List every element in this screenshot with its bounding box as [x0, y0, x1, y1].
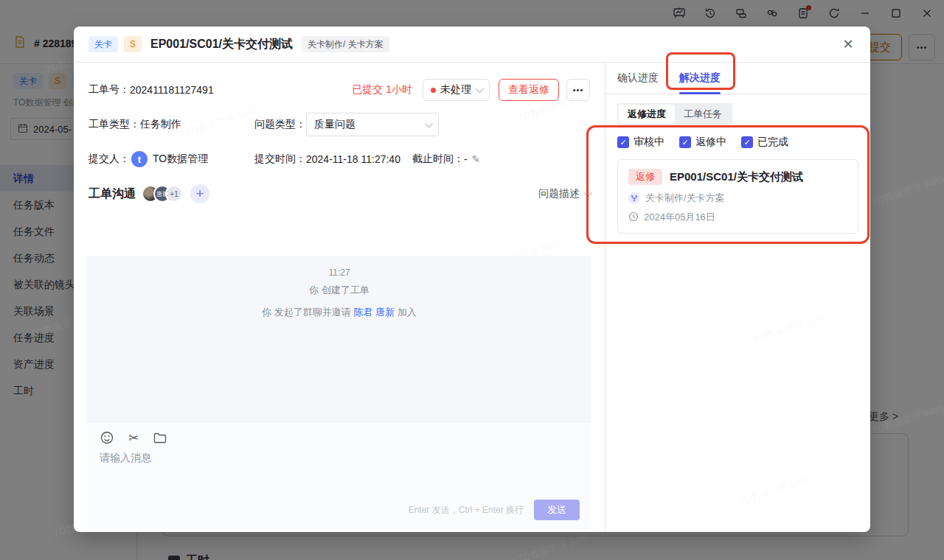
checkbox-checked-icon: ✓ — [679, 136, 691, 148]
priority-tag: S — [124, 36, 142, 52]
segment-order-tasks[interactable]: 工单任务 — [675, 105, 731, 124]
chat-header-row: 工单沟通 唐新 +1 + 问题描述 — [88, 183, 590, 204]
deadline-value: - — [464, 153, 468, 165]
clock-icon — [628, 211, 639, 224]
watermark-text: TO数据管理 9485 — [870, 173, 944, 209]
modal-title: EP001/SC01/关卡交付测试 — [150, 37, 293, 52]
submit-time-label: 提交时间： — [254, 153, 306, 166]
submit-time-value: 2024-11-18 11:27:40 — [306, 153, 400, 165]
status-dot — [431, 88, 436, 93]
rework-card-category: 关卡制作/关卡方案 — [645, 192, 725, 205]
submitter-name: TO数据管理 — [153, 153, 208, 166]
message-input-placeholder[interactable]: 请输入消息 — [87, 446, 591, 465]
problem-type-label: 问题类型： — [254, 118, 306, 131]
send-row: Enter 发送，Ctrl + Enter 换行 发送 — [409, 500, 580, 520]
member-link-tangxin[interactable]: 唐新 — [375, 307, 395, 318]
rework-segmented-control: 返修进度 工单任务 — [617, 103, 732, 125]
status-value: 未处理 — [440, 83, 471, 97]
chat-member-avatars: 唐新 +1 — [142, 185, 183, 203]
rework-card-title: EP001/SC01/关卡交付测试 — [670, 170, 803, 184]
chat-messages: 11:27 你 创建了工单 你 发起了群聊并邀请 陈君 唐新 加入 — [87, 256, 591, 421]
problem-type-select[interactable]: 质量问题 — [306, 113, 439, 136]
scissors-icon[interactable]: ✂ — [125, 430, 142, 446]
chevron-down-icon — [425, 119, 433, 127]
rework-status-tag: 返修 — [628, 169, 662, 185]
type-row: 工单类型： 任务制作 问题类型： 质量问题 — [88, 113, 590, 136]
order-type-label: 工单类型： — [88, 118, 140, 131]
chat-panel: 11:27 你 创建了工单 你 发起了群聊并邀请 陈君 唐新 加入 ✂ — [87, 256, 591, 529]
view-rework-button[interactable]: 查看返修 — [499, 79, 559, 101]
work-order-modal: TO数据管理 9485 TO数据管理 9485 TO数据管理 9485 TO数据… — [74, 27, 870, 532]
rework-card-date: 2024年05月16日 — [644, 211, 715, 224]
progress-tabs: 确认进度 解决进度 — [605, 63, 870, 94]
chat-section-title: 工单沟通 — [88, 186, 136, 202]
chat-timestamp: 11:27 — [87, 267, 591, 278]
modal-left-section: 工单号： 202411181127491 已提交 1小时 未处理 查看返修 ••… — [74, 63, 605, 532]
problem-type-value: 质量问题 — [314, 118, 355, 131]
checkbox-reviewing[interactable]: ✓ 审核中 — [617, 136, 664, 149]
system-message-invite: 你 发起了群聊并邀请 陈君 唐新 加入 — [87, 306, 591, 319]
modal-header: 关卡 S EP001/SC01/关卡交付测试 关卡制作/ 关卡方案 — [74, 27, 870, 63]
segment-rework-progress[interactable]: 返修进度 — [619, 105, 675, 124]
category-tag: 关卡制作/ 关卡方案 — [302, 36, 389, 52]
submitted-status: 已提交 1小时 — [352, 83, 412, 97]
submitter-avatar: t — [131, 151, 148, 167]
checkbox-reworking[interactable]: ✓ 返修中 — [679, 136, 726, 149]
send-hint: Enter 发送，Ctrl + Enter 换行 — [409, 504, 524, 517]
submitter-label: 提交人： — [88, 153, 130, 166]
system-message-created: 你 创建了工单 — [87, 284, 591, 297]
level-tag: 关卡 — [88, 36, 118, 52]
edit-pencil-icon[interactable]: ✎ — [472, 153, 481, 165]
deadline-label: 截止时间： — [412, 153, 464, 166]
order-number-value: 202411181127491 — [130, 84, 214, 96]
status-dropdown[interactable]: 未处理 — [423, 79, 490, 101]
status-filter-checkboxes: ✓ 审核中 ✓ 返修中 ✓ 已完成 — [617, 136, 858, 149]
send-button[interactable]: 发送 — [534, 500, 580, 520]
folder-icon[interactable] — [152, 430, 168, 446]
close-icon[interactable]: ✕ — [839, 35, 857, 53]
checkbox-checked-icon: ✓ — [741, 136, 753, 148]
member-avatar-extra-count: +1 — [165, 185, 183, 203]
rework-task-card[interactable]: 返修 EP001/SC01/关卡交付测试 关卡制作/关卡方案 2024年05月1… — [617, 159, 858, 234]
chevron-down-icon — [476, 85, 484, 93]
order-number-label: 工单号： — [88, 83, 130, 97]
tab-resolve-progress[interactable]: 解决进度 — [679, 63, 721, 94]
problem-desc-toggle[interactable]: 问题描述 — [538, 187, 590, 200]
invite-member-button[interactable]: + — [190, 184, 209, 203]
screen: # 228189 关卡 S 关卡 TO数据管理 创建 2024-05- 详情 任… — [0, 0, 944, 560]
order-number-row: 工单号： 202411181127491 已提交 1小时 未处理 查看返修 ••… — [88, 79, 590, 101]
watermark-text: TO数据管理 9485 — [516, 531, 592, 560]
order-type-value: 任务制作 — [140, 118, 181, 131]
checkbox-checked-icon: ✓ — [617, 136, 629, 148]
checkbox-completed[interactable]: ✓ 已完成 — [741, 136, 788, 149]
tab-confirm-progress[interactable]: 确认进度 — [617, 63, 659, 94]
watermark-text: TO数据管理 9485 — [870, 402, 944, 438]
order-more-button[interactable]: ••• — [566, 79, 590, 101]
chat-input-area[interactable]: ✂ 请输入消息 Enter 发送，Ctrl + Enter 换行 发送 — [87, 421, 591, 529]
pipeline-branch-icon — [628, 192, 640, 204]
chat-toolbar: ✂ — [87, 422, 591, 446]
member-link-chenjun[interactable]: 陈君 — [353, 307, 372, 318]
modal-right-section: 确认进度 解决进度 返修进度 工单任务 ✓ 审核中 ✓ 返修中 ✓ 已完成 — [605, 63, 870, 532]
chevron-down-icon — [584, 189, 592, 197]
emoji-icon[interactable] — [99, 430, 115, 446]
submitter-row: 提交人： t TO数据管理 提交时间： 2024-11-18 11:27:40 … — [88, 150, 590, 169]
